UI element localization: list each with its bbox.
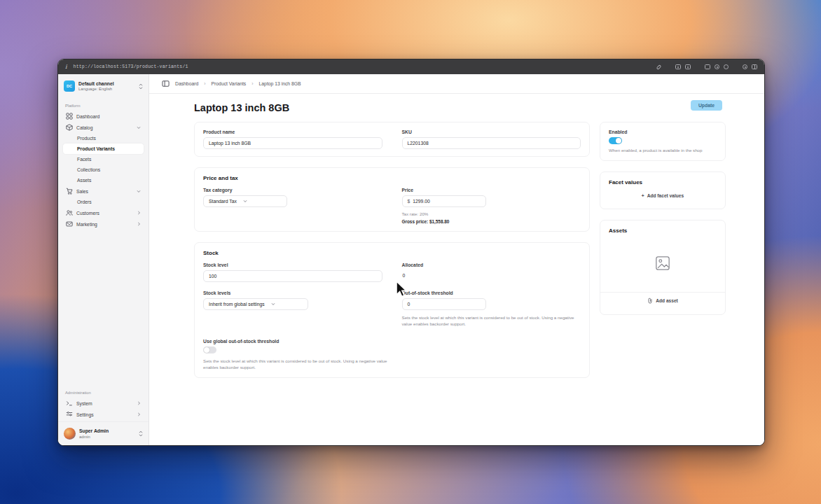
use-global-oos-toggle[interactable] <box>203 346 216 354</box>
gross-price-text: Gross price: $1,558.80 <box>402 219 581 224</box>
sidebar-item-collections[interactable]: Collections <box>63 164 144 175</box>
breadcrumb-separator: › <box>204 81 205 86</box>
mouse-cursor <box>395 281 410 299</box>
channel-avatar: DC <box>64 80 75 92</box>
stock-card: Stock Stock level 100 Allocated 0 <box>194 242 590 378</box>
facet-values-card: Facet values + Add facet values <box>600 172 726 209</box>
price-tax-card: Price and tax Tax category Standard Tax <box>194 167 590 232</box>
sidebar-item-customers[interactable]: Customers <box>63 207 144 218</box>
dashboard-icon <box>66 113 73 120</box>
allocated-value: 0 <box>402 270 581 281</box>
sku-label: SKU <box>402 130 581 134</box>
price-label: Price <box>402 188 581 192</box>
sku-input[interactable]: L2201308 <box>402 137 581 149</box>
sidebar: DC Default channel Language: English Pla… <box>58 74 149 445</box>
sync-icon[interactable] <box>743 64 747 69</box>
enabled-label: Enabled <box>609 130 717 134</box>
gear-icon[interactable] <box>724 64 729 69</box>
channel-name: Default channel <box>78 81 114 87</box>
browser-window: i http://localhost:5173/product-variants… <box>57 59 765 446</box>
enabled-card: Enabled When enabled, a product is avail… <box>600 122 726 161</box>
sidebar-item-catalog[interactable]: Catalog <box>63 122 144 133</box>
marketing-icon <box>66 220 73 227</box>
customers-icon <box>66 209 73 216</box>
info-icon: i <box>65 64 67 70</box>
tax-category-select[interactable]: Standard Tax <box>203 195 287 207</box>
product-name-input[interactable]: Laptop 13 inch 8GB <box>203 137 382 149</box>
enabled-help: When enabled, a product is available in … <box>609 147 717 153</box>
use-global-oos-help: Sets the stock level at which this varia… <box>203 358 399 371</box>
update-button[interactable]: Update <box>691 100 722 111</box>
currency-prefix: $ <box>408 199 410 204</box>
use-global-oos-label: Use global out-of-stock threshold <box>203 339 581 344</box>
tax-rate-text: Tax rate: 20% <box>402 211 581 216</box>
name-sku-card: Product name Laptop 13 inch 8GB SKU L220… <box>194 122 590 157</box>
updown-chevron-icon <box>139 430 143 437</box>
image-placeholder-icon <box>655 255 670 271</box>
sidebar-item-marketing[interactable]: Marketing <box>63 218 144 230</box>
add-facet-values-button[interactable]: + Add facet values <box>609 190 717 202</box>
chevron-right-icon <box>137 211 141 215</box>
stock-level-label: Stock level <box>203 262 382 267</box>
stock-levels-label: Stock levels <box>203 290 382 295</box>
link-icon[interactable] <box>656 64 662 70</box>
assets-card: Assets Add asset <box>600 220 726 315</box>
oos-threshold-help: Sets the stock level at which this varia… <box>402 314 581 328</box>
breadcrumb-separator: › <box>251 81 253 86</box>
add-asset-button[interactable]: Add asset <box>609 294 717 307</box>
assets-title: Assets <box>609 227 717 234</box>
split-view-icon[interactable] <box>752 64 757 69</box>
extension-icon[interactable] <box>675 64 681 69</box>
sidebar-item-settings[interactable]: Settings <box>63 409 144 420</box>
sidebar-item-sales[interactable]: Sales <box>63 186 144 197</box>
user-role: admin <box>79 435 109 439</box>
channel-language: Language: English <box>78 87 114 91</box>
window-icon[interactable] <box>705 64 710 69</box>
sidebar-item-products[interactable]: Products <box>63 133 144 144</box>
stock-level-input[interactable]: 100 <box>203 270 382 282</box>
desktop-wallpaper: i http://localhost:5173/product-variants… <box>0 0 821 504</box>
chevron-right-icon <box>137 222 141 226</box>
record-icon[interactable] <box>715 64 719 69</box>
plus-icon: + <box>642 193 644 198</box>
updown-chevron-icon <box>139 83 143 90</box>
chevron-down-icon <box>137 190 141 193</box>
chevron-down-icon <box>243 200 247 203</box>
chevron-down-icon <box>271 302 275 306</box>
camera-icon[interactable] <box>685 64 691 69</box>
terminal-icon <box>66 400 73 407</box>
sidebar-item-orders[interactable]: Orders <box>63 197 144 207</box>
sidebar-item-system[interactable]: System <box>63 398 144 409</box>
sidebar-item-dashboard[interactable]: Dashboard <box>63 111 144 122</box>
stock-levels-select[interactable]: Inherit from global settings <box>203 298 308 310</box>
price-tax-title: Price and tax <box>203 175 581 181</box>
sliders-icon <box>66 411 73 418</box>
sidebar-item-assets[interactable]: Assets <box>63 175 144 186</box>
breadcrumb-dashboard[interactable]: Dashboard <box>175 81 198 86</box>
channel-switcher[interactable]: DC Default channel Language: English <box>58 74 149 97</box>
platform-section-label: Platform <box>65 104 142 108</box>
chevron-down-icon <box>137 126 141 130</box>
paperclip-icon <box>647 298 653 304</box>
sidebar-item-product-variants[interactable]: Product Variants <box>63 144 144 154</box>
facet-values-title: Facet values <box>609 179 717 186</box>
oos-threshold-input[interactable]: 0 <box>402 298 486 310</box>
user-name: Super Admin <box>79 428 109 435</box>
enabled-toggle[interactable] <box>609 137 622 144</box>
tax-category-label: Tax category <box>203 188 382 192</box>
user-menu[interactable]: Super Admin admin <box>58 421 149 445</box>
sidebar-toggle-icon[interactable] <box>162 80 170 88</box>
price-input[interactable]: $ 1299.00 <box>402 195 486 207</box>
sidebar-item-facets[interactable]: Facets <box>63 154 144 164</box>
chevron-right-icon <box>137 401 141 405</box>
sales-icon <box>66 188 73 195</box>
browser-toolbar-icons <box>656 64 757 69</box>
page-title: Laptop 13 inch 8GB <box>194 102 289 113</box>
oos-threshold-label: Out-of-stock threshold <box>402 290 581 295</box>
stock-title: Stock <box>203 250 581 256</box>
catalog-icon <box>66 124 73 131</box>
product-name-label: Product name <box>203 130 382 134</box>
breadcrumb-current: Laptop 13 inch 8GB <box>259 81 301 86</box>
browser-topbar: i http://localhost:5173/product-variants… <box>58 59 764 74</box>
breadcrumb-product-variants[interactable]: Product Variants <box>212 81 247 86</box>
